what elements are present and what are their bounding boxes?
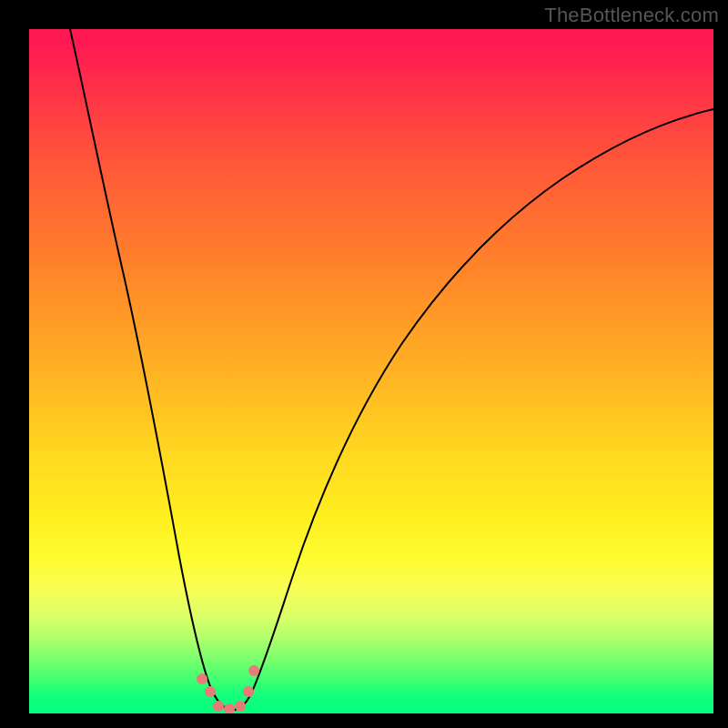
marker-dot [197,673,207,684]
plot-area [29,29,713,713]
marker-dot [248,665,259,676]
marker-dot [224,703,235,713]
marker-dot [213,701,224,712]
marker-dot [205,686,216,697]
marker-dot [243,686,254,697]
chart-frame: TheBottleneck.com [0,0,728,728]
curve-layer [29,29,713,713]
watermark-text: TheBottleneck.com [544,4,719,27]
bottleneck-curve [70,29,713,710]
marker-dot [235,701,246,712]
